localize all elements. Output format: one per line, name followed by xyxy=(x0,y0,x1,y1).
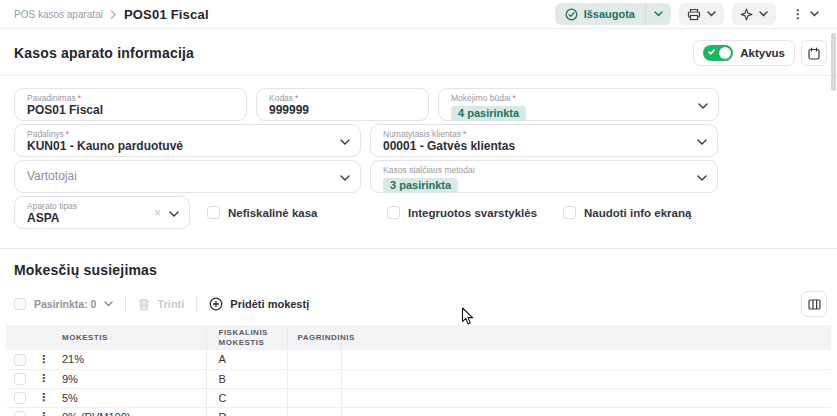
plus-circle-icon xyxy=(209,297,223,311)
row-checkbox[interactable] xyxy=(14,392,26,404)
chevron-down-icon xyxy=(169,211,179,217)
select-all-checkbox[interactable] xyxy=(14,298,26,310)
tax-mapping-section: Mokesčių susiejimas Pasirinkta: 0 Trinti… xyxy=(0,249,837,416)
printer-icon xyxy=(687,8,701,21)
add-tax-button[interactable]: Pridėti mokestį xyxy=(209,297,309,311)
header-checkbox-cell xyxy=(6,325,34,350)
clear-icon[interactable]: × xyxy=(154,206,161,220)
tax-table: Mokestis Fiskalinis mokestis Pagrindinis… xyxy=(6,325,831,416)
cell-mokestis: 21% xyxy=(58,350,206,369)
column-header-pagrindinis[interactable]: Pagrindinis xyxy=(287,325,341,350)
cell-fiskalinis: C xyxy=(206,388,287,407)
print-button[interactable] xyxy=(679,3,724,25)
checkbox-naudoti-info-ekrana[interactable]: Naudoti info ekraną xyxy=(563,206,691,219)
selected-count-label: Pasirinkta: 0 xyxy=(34,298,96,310)
field-kodas[interactable]: Kodas* 999999 xyxy=(256,88,429,121)
cell-pagrindinis xyxy=(287,407,341,416)
saved-status-split-button[interactable]: Išsaugota xyxy=(555,3,671,25)
checkbox-nefiskaline-kasa[interactable]: Nefiskalinė kasa xyxy=(207,206,378,219)
saved-dropdown-caret[interactable] xyxy=(645,3,671,25)
chevron-down-icon xyxy=(340,139,350,145)
table-row: ⋮ 5% C xyxy=(6,388,831,407)
chevron-down-icon xyxy=(707,11,716,17)
breadcrumb: POS kasos aparatai POS01 Fiscal xyxy=(14,7,209,22)
chevron-down-icon xyxy=(340,175,350,181)
select-all-control[interactable]: Pasirinkta: 0 xyxy=(14,298,113,310)
checkbox-integruotos-svarstykles[interactable]: Integruotos svarstyklės xyxy=(387,206,554,219)
calendar-icon xyxy=(808,47,820,60)
checkbox-box[interactable] xyxy=(387,206,400,219)
cell-pagrindinis xyxy=(287,350,341,369)
toolbar-divider xyxy=(196,296,197,313)
page-title: POS01 Fiscal xyxy=(124,7,209,22)
tax-table-body: ⋮ 21% A ⋮ 9% B ⋮ 5% C xyxy=(6,350,831,416)
checkbox-box[interactable] xyxy=(207,206,220,219)
field-tipas-value: ASPA xyxy=(27,211,163,226)
sparkle-icon xyxy=(740,8,753,21)
cell-mokestis: 9% xyxy=(58,369,206,388)
column-header-empty xyxy=(341,325,831,350)
kebab-icon: ⋮ xyxy=(792,8,804,20)
checkbox-box[interactable] xyxy=(563,206,576,219)
active-toggle[interactable] xyxy=(703,45,733,61)
saved-status-button[interactable]: Išsaugota xyxy=(555,3,645,25)
cell-empty xyxy=(341,350,831,369)
row-checkbox[interactable] xyxy=(14,354,26,366)
header-actions-cell xyxy=(34,325,58,350)
chevron-down-icon xyxy=(654,11,663,17)
breadcrumb-parent-link[interactable]: POS kasos aparatai xyxy=(14,9,103,20)
delete-button[interactable]: Trinti xyxy=(138,298,184,311)
chevron-down-icon xyxy=(697,139,707,145)
device-info-form: Pavadinimas* POS01 Fiscal Kodas* 999999 … xyxy=(0,76,837,242)
column-header-mokestis[interactable]: Mokestis xyxy=(58,325,206,350)
table-row: ⋮ 9% B xyxy=(6,369,831,388)
selected-count-badge: 4 pasirinkta xyxy=(451,106,526,121)
chevron-down-icon xyxy=(810,11,819,17)
field-aparato-tipas[interactable]: Aparato tipas ASPA × xyxy=(14,196,190,229)
row-checkbox[interactable] xyxy=(14,411,26,416)
top-actions: Išsaugota ⋮ xyxy=(555,3,827,25)
trash-icon xyxy=(138,298,150,311)
pos-device-page: POS kasos aparatai POS01 Fiscal Išsaugot… xyxy=(0,0,837,416)
selected-count-badge: 3 pasirinkta xyxy=(383,178,458,193)
cell-empty xyxy=(341,369,831,388)
more-menu-button[interactable]: ⋮ xyxy=(784,3,827,25)
field-padalinys[interactable]: Padalinys* KUN01 - Kauno parduotuvė xyxy=(14,124,361,157)
field-mokejimo-budai[interactable]: Mokėjimo būdai* 4 pasirinkta xyxy=(438,88,719,121)
field-vartotojai-placeholder: Vartotojai xyxy=(27,165,334,188)
column-settings-button[interactable] xyxy=(801,291,827,317)
cell-fiskalinis: D xyxy=(206,407,287,416)
cell-pagrindinis xyxy=(287,388,341,407)
cell-mokestis: 0% (PVM100) xyxy=(58,407,206,416)
row-checkbox-cell xyxy=(6,407,34,416)
field-pavadinimas-value: POS01 Fiscal xyxy=(27,103,220,118)
device-info-section: Kasos aparato informacija Aktyvus Pavadi… xyxy=(0,29,837,242)
scrollbar[interactable] xyxy=(831,33,836,91)
field-kodas-value: 999999 xyxy=(269,103,402,118)
breadcrumb-chevron-icon xyxy=(110,10,117,19)
row-kebab-icon[interactable]: ⋮ xyxy=(38,353,49,366)
integrations-button[interactable] xyxy=(732,3,776,25)
field-vartotojai[interactable]: Vartotojai xyxy=(14,160,361,193)
field-stalciaus-metodai[interactable]: Kasos stalčiaus metodai 3 pasirinkta xyxy=(370,160,718,193)
cell-mokestis: 5% xyxy=(58,388,206,407)
column-header-fiskalinis[interactable]: Fiskalinis mokestis xyxy=(206,325,287,350)
chevron-down-icon xyxy=(759,11,768,17)
row-kebab-icon[interactable]: ⋮ xyxy=(38,372,49,385)
toggle-check-icon xyxy=(708,49,715,55)
section-title-device-info: Kasos aparato informacija xyxy=(14,45,194,61)
field-numatytasis-klientas[interactable]: Numatytasis klientas* 00001 - Gatvės kli… xyxy=(370,124,718,157)
field-pavadinimas[interactable]: Pavadinimas* POS01 Fiscal xyxy=(14,88,247,121)
row-checkbox[interactable] xyxy=(14,373,26,385)
row-kebab-icon[interactable]: ⋮ xyxy=(38,410,49,416)
row-kebab-icon[interactable]: ⋮ xyxy=(38,391,49,404)
calendar-button[interactable] xyxy=(801,40,827,66)
cell-empty xyxy=(341,407,831,416)
active-toggle-group[interactable]: Aktyvus xyxy=(693,40,795,66)
section-title-tax-mapping: Mokesčių susiejimas xyxy=(14,262,823,278)
chevron-down-icon xyxy=(104,301,113,307)
cell-fiskalinis: B xyxy=(206,369,287,388)
table-row: ⋮ 0% (PVM100) D xyxy=(6,407,831,416)
row-actions-cell: ⋮ xyxy=(34,350,58,369)
active-toggle-label: Aktyvus xyxy=(740,47,785,59)
